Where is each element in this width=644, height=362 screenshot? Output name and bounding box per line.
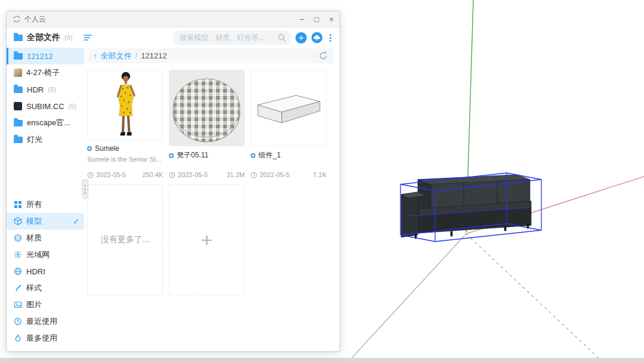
category-images[interactable]: 图片 xyxy=(7,296,84,313)
file-date: 2022-05-5 xyxy=(178,171,208,178)
list-filter-icon[interactable] xyxy=(84,33,93,42)
picture-icon xyxy=(14,301,22,309)
viewport-bottom-edge xyxy=(0,358,644,362)
file-size: 31.2M xyxy=(226,171,245,178)
file-description: Sumele is the Senior St... xyxy=(87,156,163,163)
root-folder-label[interactable]: 全部文件 xyxy=(27,32,60,43)
category-materials[interactable]: 材质 xyxy=(7,230,84,246)
folder-label: SUBIM.CC xyxy=(26,102,64,111)
sidebar-folder-121212[interactable]: 121212 xyxy=(7,48,84,64)
up-arrow-icon[interactable]: ↑ xyxy=(93,51,97,60)
sidebar-folder-subim[interactable]: SUBIM.CC (5) xyxy=(7,98,84,115)
sidebar-folder-enscape[interactable]: enscape官... xyxy=(7,115,84,131)
fire-icon xyxy=(14,334,22,342)
file-name: 凳子05.11 xyxy=(177,150,208,160)
category-label: 所有 xyxy=(26,199,42,210)
file-date: 2022-05-5 xyxy=(260,171,289,178)
no-more-text: 没有更多了... xyxy=(101,234,150,245)
folder-icon xyxy=(14,53,23,60)
component-dot-icon xyxy=(251,153,255,158)
breadcrumb: ↑ 全部文件 / 121212 xyxy=(87,48,334,63)
category-label: 材质 xyxy=(26,233,42,243)
file-card-component1[interactable]: 组件_1 2022-05-5 7.1K xyxy=(251,70,326,180)
brush-icon xyxy=(14,284,22,292)
category-label: 图片 xyxy=(26,299,42,310)
folder-label: HDR xyxy=(27,85,44,94)
thumbnail-white-box xyxy=(251,70,326,146)
add-item-cell[interactable]: + xyxy=(169,184,245,295)
breadcrumb-parent[interactable]: 全部文件 xyxy=(101,51,132,61)
file-size: 250.4K xyxy=(142,171,163,178)
minimize-button[interactable]: − xyxy=(300,16,304,23)
date-clock-icon xyxy=(87,172,94,178)
cloud-sync-icon xyxy=(13,15,21,23)
maximize-button[interactable]: □ xyxy=(315,16,319,23)
sidebar-folder-lights[interactable]: 灯光 xyxy=(7,131,84,148)
file-card-sumele[interactable]: Sumele Sumele is the Senior St... 2022-0… xyxy=(87,70,163,180)
cloud-upload-button[interactable] xyxy=(311,32,323,44)
date-clock-icon xyxy=(169,172,175,178)
folder-label: 121212 xyxy=(27,52,53,61)
file-grid: Sumele Sumele is the Senior St... 2022-0… xyxy=(87,70,334,295)
folder-label: 4-27-椅子 xyxy=(26,67,60,78)
category-label: 样式 xyxy=(26,283,42,293)
search-box[interactable] xyxy=(173,30,291,45)
category-all[interactable]: 所有 xyxy=(7,196,84,213)
refresh-icon[interactable] xyxy=(319,51,328,60)
category-label: 模型 xyxy=(26,216,42,227)
check-icon: ✓ xyxy=(73,217,79,226)
ies-light-icon xyxy=(14,250,22,259)
folder-count: (5) xyxy=(69,103,76,110)
root-folder-icon xyxy=(14,35,23,41)
file-name: Sumele xyxy=(95,144,119,153)
root-folder-count: (6) xyxy=(64,34,72,41)
panel-titlebar[interactable]: 个人云 − □ × xyxy=(7,11,340,27)
window-controls: − □ × xyxy=(300,16,334,23)
magnifier-icon[interactable] xyxy=(278,33,286,42)
cube-icon xyxy=(14,217,22,225)
sofa-model[interactable] xyxy=(401,175,531,239)
add-button[interactable]: + xyxy=(295,32,307,44)
globe-icon xyxy=(14,267,22,276)
close-button[interactable]: × xyxy=(329,16,334,23)
thumbnail-icon xyxy=(14,69,22,77)
plus-icon: + xyxy=(201,228,213,252)
folder-icon xyxy=(14,86,23,93)
component-dot-icon xyxy=(169,153,174,158)
sidebar-folder-hdr[interactable]: HDR (5) xyxy=(7,81,84,98)
search-input[interactable] xyxy=(178,33,278,42)
grid-icon xyxy=(14,200,22,209)
thumbnail-checkered-stool xyxy=(169,70,245,146)
category-label: 最近使用 xyxy=(26,316,57,327)
sidebar: 121212 4-27-椅子 HDR (5) SUBIM.CC (5) ensc… xyxy=(7,48,84,351)
category-label: 最多使用 xyxy=(26,333,57,344)
sphere-icon xyxy=(14,234,22,242)
file-card-stool[interactable]: 凳子05.11 2022-05-5 31.2M xyxy=(169,70,245,180)
panel-toolbar: 全部文件 (6) + xyxy=(7,27,340,48)
category-styles[interactable]: 样式 xyxy=(7,280,84,296)
category-label: HDRI xyxy=(26,267,45,276)
folder-count: (5) xyxy=(48,86,56,93)
folder-label: 灯光 xyxy=(27,134,42,145)
category-ies[interactable]: 光域网 xyxy=(7,246,84,263)
sidebar-folder-4-27-chair[interactable]: 4-27-椅子 xyxy=(7,64,84,81)
date-clock-icon xyxy=(251,172,257,178)
file-date: 2022-05-5 xyxy=(96,171,126,178)
thumbnail-woman-yellow-dress xyxy=(87,70,163,140)
personal-cloud-panel: 个人云 − □ × 全部文件 (6) + xyxy=(6,11,340,352)
folder-label: enscape官... xyxy=(27,117,70,128)
content-area: ↑ 全部文件 / 121212 xyxy=(84,48,340,351)
category-most-used[interactable]: 最多使用 xyxy=(7,330,84,346)
kebab-menu-icon[interactable] xyxy=(327,33,334,43)
category-label: 光域网 xyxy=(26,249,50,260)
category-hdri[interactable]: HDRI xyxy=(7,263,84,280)
category-recent[interactable]: 最近使用 xyxy=(7,313,84,330)
window-title: 个人云 xyxy=(24,14,46,24)
panel-resize-handle[interactable] xyxy=(82,179,88,199)
component-dot-icon xyxy=(87,146,92,151)
breadcrumb-current: 121212 xyxy=(141,51,167,60)
folder-icon xyxy=(14,137,23,143)
panel-body: 121212 4-27-椅子 HDR (5) SUBIM.CC (5) ensc… xyxy=(7,48,340,351)
breadcrumb-separator: / xyxy=(135,51,138,60)
category-models[interactable]: 模型 ✓ xyxy=(7,213,84,230)
